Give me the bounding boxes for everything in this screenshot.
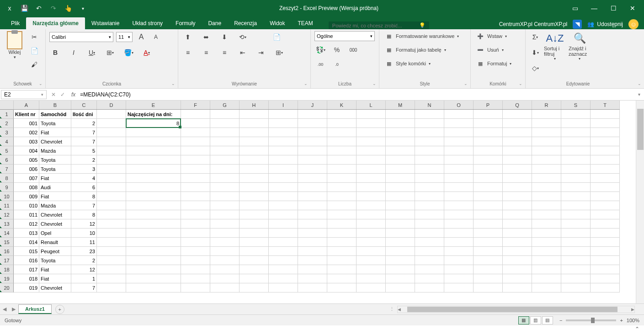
cell[interactable] [298,110,327,119]
cell[interactable] [210,201,240,210]
cell[interactable] [97,165,126,174]
cell[interactable] [444,247,474,256]
cell[interactable] [357,238,386,247]
decrease-font-icon[interactable]: A [150,31,162,43]
cell[interactable] [415,146,444,155]
cell[interactable] [181,219,210,229]
cell[interactable] [561,137,591,146]
cell[interactable] [415,110,444,119]
cell[interactable] [474,238,503,247]
cell[interactable] [503,219,532,229]
cell[interactable] [97,137,126,146]
cell[interactable] [357,201,386,210]
cell[interactable]: 2 [71,119,97,128]
cell[interactable]: 3 [71,165,97,174]
cell[interactable] [327,165,357,174]
cell[interactable] [386,146,415,155]
row-header[interactable]: 5 [0,146,14,155]
cell[interactable]: 007 [14,174,39,183]
cell[interactable]: 7 [71,283,97,292]
cell[interactable] [357,283,386,292]
cell[interactable] [532,192,561,201]
cell[interactable] [561,110,591,119]
cell[interactable] [532,155,561,165]
cell[interactable] [327,274,357,283]
cell[interactable] [591,137,620,146]
cell[interactable]: Fiat [39,174,71,183]
cell[interactable] [240,137,269,146]
cell[interactable] [532,229,561,238]
cell[interactable] [240,247,269,256]
cell[interactable] [474,128,503,137]
cell[interactable] [415,229,444,238]
cell[interactable]: 013 [14,229,39,238]
cell[interactable] [386,192,415,201]
cell[interactable] [298,165,327,174]
cell[interactable] [97,183,126,192]
cell[interactable] [327,183,357,192]
cell[interactable] [327,238,357,247]
tab-recenzja[interactable]: Recenzja [228,17,263,29]
sheet-nav-next-icon[interactable]: ▶ [9,306,18,312]
cell[interactable] [591,238,620,247]
cell[interactable] [97,192,126,201]
increase-font-icon[interactable]: A [135,31,147,43]
close-icon[interactable]: ✕ [628,5,637,12]
clear-icon[interactable]: ◇▾ [529,62,541,74]
cell[interactable]: Samochód [39,110,71,119]
cell[interactable] [269,174,298,183]
scrollbar-thumb[interactable] [637,109,644,150]
sheet-nav-prev-icon[interactable]: ◀ [0,306,9,312]
cell[interactable] [591,256,620,265]
cell[interactable] [386,201,415,210]
format-painter-icon[interactable]: 🖌 [28,58,40,70]
row-header[interactable]: 6 [0,155,14,165]
cell[interactable] [444,155,474,165]
cell[interactable] [474,229,503,238]
cell[interactable] [444,183,474,192]
cell[interactable] [474,119,503,128]
cell[interactable] [298,265,327,274]
cell[interactable] [298,229,327,238]
italic-button[interactable]: I [68,47,80,58]
conditional-formatting-button[interactable]: ▦Formatowanie warunkowe▾ [383,31,467,41]
cell[interactable] [561,247,591,256]
cell[interactable] [210,165,240,174]
cell[interactable] [415,201,444,210]
cell[interactable] [561,201,591,210]
cell[interactable] [444,119,474,128]
cell[interactable] [240,210,269,219]
cell[interactable] [269,146,298,155]
cell[interactable] [532,256,561,265]
autosum-icon[interactable]: Σ▾ [529,31,541,43]
cell[interactable] [298,247,327,256]
cell[interactable]: 10 [71,229,97,238]
cell[interactable] [327,229,357,238]
cell[interactable] [97,265,126,274]
cell[interactable] [386,238,415,247]
cell[interactable] [591,219,620,229]
cell[interactable]: 014 [14,238,39,247]
qat-more-icon[interactable]: ▾ [79,4,87,12]
number-format-dropdown[interactable]: Ogólne▾ [314,31,375,41]
cell[interactable] [97,210,126,219]
col-header[interactable]: D [97,101,126,109]
cell[interactable] [415,137,444,146]
cell[interactable]: Renault [39,238,71,247]
cell[interactable]: 8 [71,192,97,201]
cell[interactable] [269,192,298,201]
cell[interactable] [210,110,240,119]
cell[interactable] [210,274,240,283]
cell[interactable] [532,274,561,283]
cell[interactable] [444,201,474,210]
cell[interactable] [181,137,210,146]
cell[interactable]: Audi [39,183,71,192]
cell[interactable] [386,283,415,292]
cell[interactable] [591,274,620,283]
cell[interactable] [126,201,181,210]
cell[interactable]: 011 [14,210,39,219]
border-icon[interactable]: ⊞▾ [104,47,116,58]
cell[interactable] [327,137,357,146]
cell[interactable] [591,119,620,128]
cell[interactable]: 019 [14,283,39,292]
